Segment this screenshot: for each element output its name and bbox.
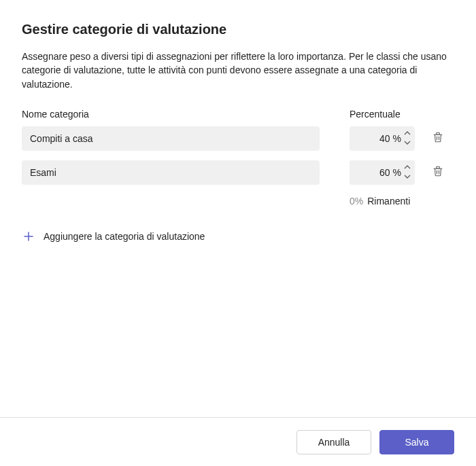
percentage-spinner xyxy=(403,162,412,181)
percentage-input[interactable]: 40 % xyxy=(350,126,415,151)
delete-row-button[interactable] xyxy=(430,164,446,181)
trash-icon xyxy=(432,165,444,179)
chevron-up-icon[interactable] xyxy=(403,162,412,172)
category-row: 60 % xyxy=(22,160,454,185)
category-name-input[interactable] xyxy=(22,126,320,151)
header-category-name: Nome categoria xyxy=(22,109,320,120)
column-headers: Nome categoria Percentuale xyxy=(22,109,454,120)
delete-row-button[interactable] xyxy=(430,130,446,147)
percentage-value: 60 xyxy=(350,167,393,178)
percentage-spinner xyxy=(403,128,412,147)
add-category-label: Aggiungere la categoria di valutazione xyxy=(44,231,205,242)
dialog-description: Assegnare peso a diversi tipi di assegna… xyxy=(22,50,454,91)
remaining-percentage: 0% xyxy=(350,196,363,207)
percentage-input[interactable]: 60 % xyxy=(350,160,415,185)
dialog-title: Gestire categorie di valutazione xyxy=(22,22,454,37)
remaining-label: Rimanenti xyxy=(367,196,410,207)
save-button[interactable]: Salva xyxy=(379,430,454,454)
cancel-button[interactable]: Annulla xyxy=(296,430,371,454)
dialog-footer: Annulla Salva xyxy=(0,417,476,466)
category-row: 40 % xyxy=(22,126,454,151)
percentage-value: 40 xyxy=(350,133,393,144)
chevron-up-icon[interactable] xyxy=(403,128,412,138)
plus-icon xyxy=(22,230,35,243)
trash-icon xyxy=(432,131,444,145)
category-name-input[interactable] xyxy=(22,160,320,185)
chevron-down-icon[interactable] xyxy=(403,172,412,181)
header-percentage: Percentuale xyxy=(350,109,418,120)
chevron-down-icon[interactable] xyxy=(403,138,412,147)
remaining-indicator: 0% Rimanenti xyxy=(350,196,454,207)
manage-grading-categories-dialog: Gestire categorie di valutazione Assegna… xyxy=(0,0,476,466)
add-category-button[interactable]: Aggiungere la categoria di valutazione xyxy=(22,230,454,243)
